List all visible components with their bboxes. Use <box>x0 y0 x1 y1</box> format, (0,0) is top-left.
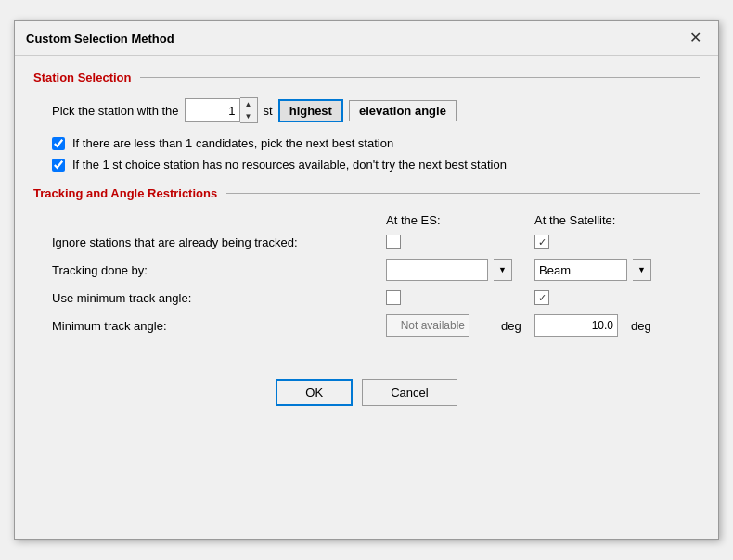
tracking-divider <box>226 193 700 194</box>
checkbox2-label: If the 1 st choice station has no resour… <box>72 158 507 172</box>
table-row: Tracking done by: ▼ Beam ▼ <box>52 259 700 281</box>
sat-ignore-cell <box>534 235 701 249</box>
es-min-angle-input[interactable] <box>386 314 469 337</box>
es-min-angle-checkbox[interactable] <box>386 290 401 305</box>
es-ignore-cell <box>386 235 534 249</box>
tracking-section: Tracking and Angle Restrictions At the E… <box>33 186 700 337</box>
es-tracking-cell: ▼ <box>386 259 534 281</box>
title-bar: Custom Selection Method ✕ <box>15 21 718 56</box>
sat-min-angle-cell <box>534 290 701 305</box>
sat-deg-label: deg <box>627 319 664 333</box>
dialog: Custom Selection Method ✕ Station Select… <box>14 20 719 540</box>
checkbox1-row: If there are less than 1 candidates, pic… <box>33 136 700 150</box>
checkbox2[interactable] <box>52 159 65 172</box>
spin-up-button[interactable]: ▲ <box>240 98 257 110</box>
sat-ignore-checkbox[interactable] <box>534 235 549 249</box>
es-ignore-checkbox[interactable] <box>386 235 401 249</box>
dialog-content: Station Selection Pick the station with … <box>15 56 718 364</box>
spinner-input[interactable] <box>185 98 240 122</box>
tracking-header: Tracking and Angle Restrictions <box>33 186 700 200</box>
spin-down-button[interactable]: ▼ <box>240 110 257 122</box>
ignore-stations-label: Ignore stations that are already being t… <box>52 235 386 249</box>
sat-tracking-dropdown[interactable]: Beam <box>534 259 627 281</box>
tracking-title: Tracking and Angle Restrictions <box>33 186 217 200</box>
es-deg-label: deg <box>497 319 534 333</box>
checkbox2-row: If the 1 st choice station has no resour… <box>33 158 700 172</box>
col-es-header: At the ES: <box>386 213 534 227</box>
table-row: Ignore stations that are already being t… <box>52 235 700 249</box>
pick-label: Pick the station with the <box>52 104 179 118</box>
es-tracking-dropdown[interactable] <box>386 259 488 281</box>
sat-min-angle-input[interactable] <box>534 314 618 337</box>
sat-min-angle-checkbox[interactable] <box>534 290 549 305</box>
table-row: Use minimum track angle: <box>52 290 700 305</box>
tracking-done-label: Tracking done by: <box>52 263 386 277</box>
es-dropdown-arrow-icon: ▼ <box>494 259 512 281</box>
col-empty <box>52 213 386 227</box>
tracking-table: At the ES: At the Satellite: Ignore stat… <box>33 213 700 337</box>
checkbox1-label: If there are less than 1 candidates, pic… <box>72 136 393 150</box>
st-label: st <box>264 104 273 118</box>
section-divider <box>140 77 700 78</box>
use-min-angle-label: Use minimum track angle: <box>52 291 386 305</box>
highest-button[interactable]: highest <box>278 99 343 122</box>
station-pick-row: Pick the station with the ▲ ▼ st highest… <box>33 97 700 123</box>
spinner-group: ▲ ▼ <box>185 97 258 123</box>
min-angle-row: Minimum track angle: deg deg <box>52 314 700 337</box>
checkbox1[interactable] <box>52 137 65 150</box>
sat-dropdown-arrow-icon: ▼ <box>633 259 651 281</box>
min-angle-label: Minimum track angle: <box>52 319 386 333</box>
close-button[interactable]: ✕ <box>684 29 707 47</box>
dialog-footer: OK Cancel <box>15 364 718 425</box>
ok-button[interactable]: OK <box>276 379 353 406</box>
col-sat-header: At the Satellite: <box>534 213 701 227</box>
station-selection-header: Station Selection <box>33 70 700 84</box>
cancel-button[interactable]: Cancel <box>362 379 457 406</box>
es-min-angle-cell <box>386 290 534 305</box>
spinner-buttons: ▲ ▼ <box>240 97 258 123</box>
elevation-angle-button[interactable]: elevation angle <box>349 100 457 121</box>
dialog-title: Custom Selection Method <box>26 32 174 45</box>
sat-tracking-cell: Beam ▼ <box>534 259 701 281</box>
col-headers: At the ES: At the Satellite: <box>52 213 700 227</box>
station-selection-title: Station Selection <box>33 70 131 84</box>
